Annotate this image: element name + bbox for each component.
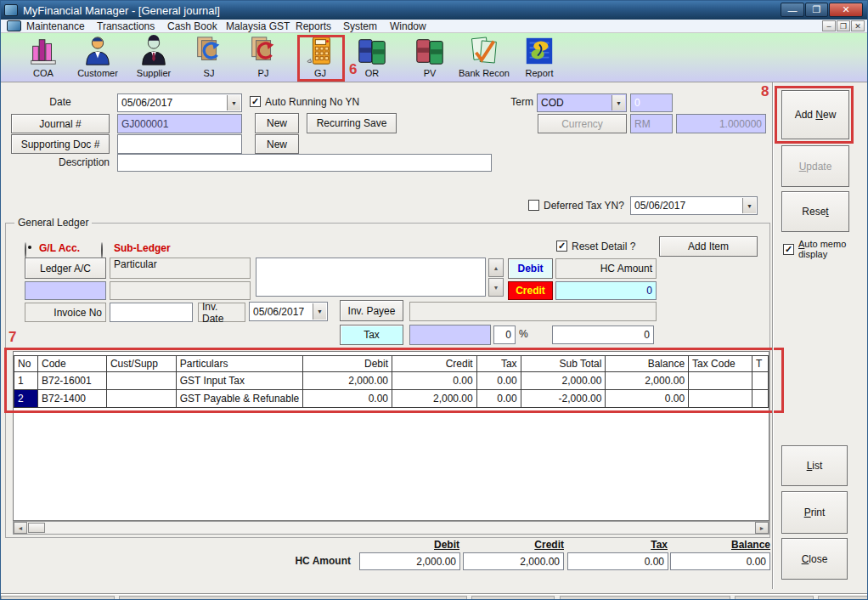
menu-transactions[interactable]: Transactions xyxy=(97,20,155,32)
cell-balance[interactable]: 2,000.00 xyxy=(606,372,689,390)
ledger-ac-button[interactable]: Ledger A/C xyxy=(25,258,106,279)
cell-no[interactable]: 1 xyxy=(14,372,38,390)
close-button[interactable]: Close xyxy=(781,538,848,580)
hc-amount-entry-field[interactable]: 0 xyxy=(555,281,657,300)
cell-code[interactable]: B72-1400 xyxy=(37,390,106,408)
sub-ledger-radio[interactable] xyxy=(101,242,103,258)
cell-truncated[interactable] xyxy=(752,390,768,408)
cell-sub-total[interactable]: 2,000.00 xyxy=(521,372,606,390)
cell-cust-supp[interactable] xyxy=(106,390,176,408)
chevron-down-icon[interactable]: ▼ xyxy=(313,303,326,320)
inv-payee-button[interactable]: Inv. Payee xyxy=(340,300,403,321)
cell-debit[interactable]: 0.00 xyxy=(303,390,392,408)
chevron-down-icon[interactable]: ▼ xyxy=(227,95,240,110)
journal-new-button[interactable]: New xyxy=(255,113,299,133)
mdi-minimize-button[interactable]: – xyxy=(822,20,836,31)
print-button[interactable]: Print xyxy=(781,491,848,534)
memo-scroll-up-button[interactable]: ▲ xyxy=(488,258,504,277)
ledger-code-field[interactable] xyxy=(25,281,106,300)
tax-amount-field[interactable]: 0 xyxy=(552,325,654,344)
memo-textarea[interactable] xyxy=(256,258,486,297)
chevron-down-icon[interactable]: ▼ xyxy=(612,95,625,110)
journal-number-field[interactable]: GJ000001 xyxy=(117,114,242,133)
update-button[interactable]: Update xyxy=(781,145,849,187)
toolbar-gj-button[interactable]: GJ xyxy=(296,35,344,78)
inv-date-combobox[interactable]: 05/06/2017 ▼ xyxy=(249,302,328,321)
currency-button[interactable]: Currency xyxy=(538,114,627,133)
auto-memo-checkbox[interactable] xyxy=(783,244,794,255)
mdi-close-button[interactable]: ✕ xyxy=(851,20,865,31)
cell-cust-supp[interactable] xyxy=(106,372,176,390)
menu-cash-book[interactable]: Cash Book xyxy=(167,20,217,32)
journal-number-button[interactable]: Journal # xyxy=(11,114,110,133)
table-row[interactable]: 1 B72-16001 GST Input Tax 2,000.00 0.00 … xyxy=(14,372,769,390)
app-icon xyxy=(4,4,18,16)
gl-acc-label[interactable]: G/L Acc. xyxy=(39,243,80,254)
menu-maintenance[interactable]: Maintenance xyxy=(26,20,85,32)
reset-button[interactable]: Reset xyxy=(781,191,849,232)
close-window-button[interactable]: ✕ xyxy=(829,3,863,17)
list-button[interactable]: List xyxy=(781,445,848,486)
supporting-doc-button[interactable]: Supporting Doc # xyxy=(11,134,110,154)
cell-tax-code[interactable] xyxy=(689,372,752,390)
minimize-button[interactable]: — xyxy=(781,3,804,17)
cell-tax[interactable]: 0.00 xyxy=(476,390,521,408)
cell-particulars[interactable]: GST Payable & Refunable xyxy=(176,390,303,408)
toolbar-bank-recon-button[interactable]: Bank Recon xyxy=(457,35,511,78)
debit-toggle-button[interactable]: Debit xyxy=(508,258,553,279)
cell-particulars[interactable]: GST Input Tax xyxy=(176,372,303,390)
deferred-tax-checkbox[interactable] xyxy=(528,200,539,211)
supporting-doc-new-button[interactable]: New xyxy=(255,134,299,154)
menu-system[interactable]: System xyxy=(343,20,377,32)
cell-credit[interactable]: 0.00 xyxy=(392,372,476,390)
menu-reports[interactable]: Reports xyxy=(296,20,331,32)
supporting-doc-field[interactable] xyxy=(117,134,242,154)
menu-malaysia-gst[interactable]: Malaysia GST xyxy=(226,20,290,32)
tax-rate-field[interactable]: 0 xyxy=(493,325,516,344)
table-row[interactable]: 2 B72-1400 GST Payable & Refunable 0.00 … xyxy=(14,390,769,408)
term-days-field[interactable]: 0 xyxy=(630,93,673,112)
maximize-button[interactable]: ❐ xyxy=(805,3,828,17)
toolbar-coa-button[interactable]: COA xyxy=(20,35,67,78)
add-new-button[interactable]: Add New xyxy=(781,90,849,139)
date-combobox[interactable]: 05/06/2017 ▼ xyxy=(117,93,242,112)
chevron-down-icon[interactable]: ▼ xyxy=(742,198,756,213)
toolbar-sj-button[interactable]: SJ xyxy=(185,35,233,78)
cell-debit[interactable]: 2,000.00 xyxy=(303,372,392,390)
auto-memo-label: Auto memo display xyxy=(798,239,854,259)
term-combobox[interactable]: COD ▼ xyxy=(537,93,627,112)
reset-detail-checkbox[interactable] xyxy=(556,241,567,252)
credit-toggle-button[interactable]: Credit xyxy=(508,281,553,300)
memo-scroll-down-button[interactable]: ▼ xyxy=(488,278,504,297)
grid-horizontal-scrollbar[interactable]: ◄ ► xyxy=(13,521,769,535)
cell-truncated[interactable] xyxy=(752,372,768,390)
toolbar-pj-button[interactable]: PJ xyxy=(240,35,287,78)
description-field[interactable] xyxy=(117,154,492,172)
cell-balance[interactable]: 0.00 xyxy=(606,390,689,408)
auto-running-checkbox[interactable] xyxy=(250,96,261,107)
menu-window[interactable]: Window xyxy=(390,20,426,32)
cell-no-selected[interactable]: 2 xyxy=(14,390,38,408)
cell-tax-code[interactable] xyxy=(689,390,752,408)
toolbar-supplier-button[interactable]: Supplier xyxy=(130,35,178,78)
toolbar-pv-button[interactable]: PV xyxy=(406,35,454,78)
toolbar-customer-button[interactable]: Customer xyxy=(74,35,121,78)
deferred-tax-date-combobox[interactable]: 05/06/2017 ▼ xyxy=(630,196,758,215)
scroll-right-arrow[interactable]: ► xyxy=(755,522,769,534)
scrollbar-thumb[interactable] xyxy=(28,523,45,533)
scroll-left-arrow[interactable]: ◄ xyxy=(14,522,27,534)
toolbar-report-button[interactable]: Report xyxy=(516,35,563,78)
cell-sub-total[interactable]: -2,000.00 xyxy=(521,390,606,408)
journal-lines-table[interactable]: No Code Cust/Supp Particulars Debit Cred… xyxy=(14,355,769,408)
recurring-save-button[interactable]: Recurring Save xyxy=(307,113,397,133)
invoice-no-field[interactable] xyxy=(110,303,193,322)
gl-acc-radio[interactable] xyxy=(25,242,26,258)
cell-credit[interactable]: 2,000.00 xyxy=(392,390,476,408)
add-item-button[interactable]: Add Item xyxy=(659,236,758,257)
sub-ledger-label[interactable]: Sub-Ledger xyxy=(114,243,171,254)
tax-button[interactable]: Tax xyxy=(340,325,403,345)
cell-tax[interactable]: 0.00 xyxy=(476,372,521,390)
cell-code[interactable]: B72-16001 xyxy=(37,372,106,390)
mdi-restore-button[interactable]: ❐ xyxy=(837,20,850,31)
tax-code-field[interactable] xyxy=(409,325,491,345)
